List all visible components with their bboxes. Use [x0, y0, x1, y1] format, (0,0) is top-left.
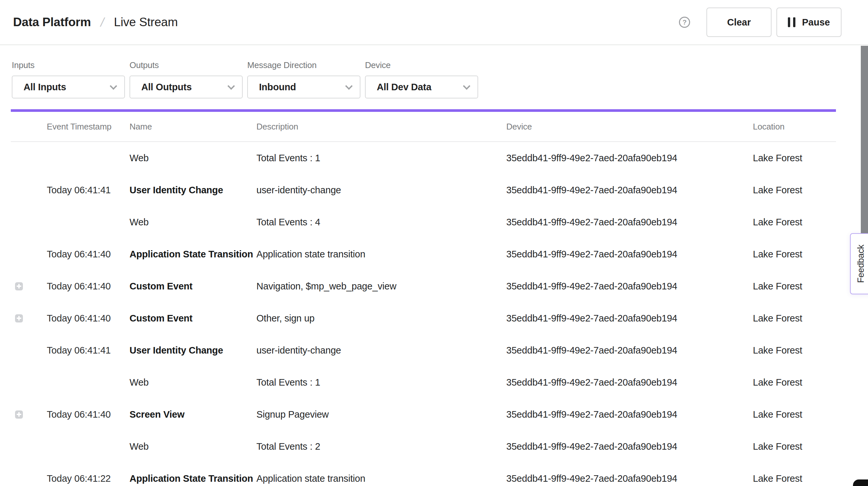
row-device: 35eddb41-9ff9-49e2-7aed-20afa90eb194 — [506, 281, 753, 292]
row-name: Custom Event — [129, 281, 256, 292]
row-device: 35eddb41-9ff9-49e2-7aed-20afa90eb194 — [506, 409, 753, 420]
row-timestamp: Today 06:41:40 — [47, 249, 129, 260]
help-icon[interactable]: ? — [679, 17, 690, 28]
row-device: 35eddb41-9ff9-49e2-7aed-20afa90eb194 — [506, 377, 753, 388]
chevron-down-icon — [228, 83, 235, 90]
app-header: Data Platform / Live Stream ? Clear Paus… — [0, 0, 868, 45]
inputs-select[interactable]: All Inputs — [12, 75, 125, 98]
row-name: Application State Transition — [129, 473, 256, 484]
message-direction-select-value: Inbound — [259, 82, 296, 93]
table-row[interactable]: Today 06:41:22 Application State Transit… — [11, 462, 836, 486]
vertical-scrollbar[interactable] — [861, 46, 868, 245]
column-header-description: Description — [256, 122, 506, 132]
device-select-value: All Dev Data — [377, 82, 431, 93]
breadcrumb-separator: / — [99, 16, 105, 29]
column-header-event-timestamp: Event Timestamp — [47, 122, 129, 132]
table-body: Web Total Events : 1 35eddb41-9ff9-49e2-… — [11, 142, 836, 486]
table-header-row: Event Timestamp Name Description Device … — [11, 112, 836, 142]
row-device: 35eddb41-9ff9-49e2-7aed-20afa90eb194 — [506, 441, 753, 452]
table-row[interactable]: Web Total Events : 1 35eddb41-9ff9-49e2-… — [11, 366, 836, 398]
row-name: User Identity Change — [129, 185, 256, 195]
row-timestamp: Today 06:41:41 — [47, 185, 129, 195]
breadcrumb-section[interactable]: Data Platform — [13, 16, 91, 29]
row-device: 35eddb41-9ff9-49e2-7aed-20afa90eb194 — [506, 217, 753, 227]
row-description: Other, sign up — [256, 313, 506, 324]
row-location: Lake Forest — [753, 473, 836, 484]
row-location: Lake Forest — [753, 441, 836, 452]
row-device: 35eddb41-9ff9-49e2-7aed-20afa90eb194 — [506, 153, 753, 163]
pause-button[interactable]: Pause — [776, 7, 841, 37]
table-row[interactable]: Today 06:41:40 Custom Event Other, sign … — [11, 302, 836, 334]
row-name: Web — [129, 377, 256, 388]
row-name: Web — [129, 153, 256, 163]
feedback-tab[interactable]: Feedback — [850, 233, 868, 294]
row-device: 35eddb41-9ff9-49e2-7aed-20afa90eb194 — [506, 249, 753, 260]
row-description: Total Events : 1 — [256, 153, 506, 163]
row-name: Custom Event — [129, 313, 256, 324]
column-header-location: Location — [753, 122, 836, 132]
row-description: Application state transition — [256, 249, 506, 260]
table-row[interactable]: Today 06:41:40 Application State Transit… — [11, 238, 836, 270]
table-row[interactable]: Web Total Events : 4 35eddb41-9ff9-49e2-… — [11, 206, 836, 238]
row-device: 35eddb41-9ff9-49e2-7aed-20afa90eb194 — [506, 185, 753, 195]
table-row[interactable]: Today 06:41:40 Custom Event Navigation, … — [11, 270, 836, 302]
row-device: 35eddb41-9ff9-49e2-7aed-20afa90eb194 — [506, 345, 753, 356]
feedback-tab-label: Feedback — [856, 245, 866, 283]
message-direction-select[interactable]: Inbound — [247, 75, 361, 98]
filter-message-direction-label: Message Direction — [247, 60, 361, 70]
table-row[interactable]: Today 06:41:40 Screen View Signup Pagevi… — [11, 398, 836, 430]
chevron-down-icon — [345, 83, 353, 90]
inputs-select-value: All Inputs — [24, 82, 66, 93]
table-row[interactable]: Today 06:41:41 User Identity Change user… — [11, 174, 836, 206]
row-location: Lake Forest — [753, 313, 836, 324]
chevron-down-icon — [110, 83, 117, 90]
table-row[interactable]: Web Total Events : 1 35eddb41-9ff9-49e2-… — [11, 142, 836, 174]
pause-button-label: Pause — [802, 17, 830, 28]
row-location: Lake Forest — [753, 249, 836, 260]
row-timestamp: Today 06:41:41 — [47, 345, 129, 356]
device-select[interactable]: All Dev Data — [365, 75, 478, 98]
clear-button[interactable]: Clear — [707, 7, 772, 37]
filter-device-label: Device — [365, 60, 478, 70]
expand-row-button[interactable] — [15, 411, 23, 419]
filter-message-direction: Message Direction Inbound — [247, 60, 361, 98]
filter-outputs-label: Outputs — [129, 60, 243, 70]
chat-widget-icon[interactable] — [853, 480, 868, 486]
row-name: Web — [129, 441, 256, 452]
row-location: Lake Forest — [753, 377, 836, 388]
row-device: 35eddb41-9ff9-49e2-7aed-20afa90eb194 — [506, 473, 753, 484]
expand-row-button[interactable] — [15, 282, 23, 291]
outputs-select[interactable]: All Outputs — [129, 75, 243, 98]
table-row[interactable]: Web Total Events : 2 35eddb41-9ff9-49e2-… — [11, 430, 836, 462]
row-description: Navigation, $mp_web_page_view — [256, 281, 506, 292]
row-name: Screen View — [129, 409, 256, 420]
filter-inputs-label: Inputs — [12, 60, 125, 70]
row-description: Application state transition — [256, 473, 506, 484]
filter-inputs: Inputs All Inputs — [12, 60, 125, 98]
outputs-select-value: All Outputs — [141, 82, 192, 93]
filter-outputs: Outputs All Outputs — [129, 60, 243, 98]
breadcrumb: Data Platform / Live Stream — [13, 16, 178, 29]
row-description: Total Events : 4 — [256, 217, 506, 227]
row-name: Application State Transition — [129, 249, 256, 260]
row-name: User Identity Change — [129, 345, 256, 356]
row-timestamp: Today 06:41:40 — [47, 281, 129, 292]
row-description: user-identity-change — [256, 345, 506, 356]
row-description: Total Events : 1 — [256, 377, 506, 388]
row-description: user-identity-change — [256, 185, 506, 195]
header-actions: ? Clear Pause — [679, 7, 841, 37]
row-timestamp: Today 06:41:40 — [47, 409, 129, 420]
expand-row-button[interactable] — [15, 314, 23, 323]
row-location: Lake Forest — [753, 409, 836, 420]
page-title: Live Stream — [114, 16, 178, 29]
row-location: Lake Forest — [753, 345, 836, 356]
pause-icon — [788, 17, 796, 27]
column-header-device: Device — [506, 122, 753, 132]
filters-bar: Inputs All Inputs Outputs All Outputs Me… — [0, 45, 868, 98]
chevron-down-icon — [463, 83, 471, 90]
table-row[interactable]: Today 06:41:41 User Identity Change user… — [11, 334, 836, 366]
row-location: Lake Forest — [753, 217, 836, 227]
row-timestamp: Today 06:41:40 — [47, 313, 129, 324]
row-description: Signup Pageview — [256, 409, 506, 420]
row-location: Lake Forest — [753, 281, 836, 292]
